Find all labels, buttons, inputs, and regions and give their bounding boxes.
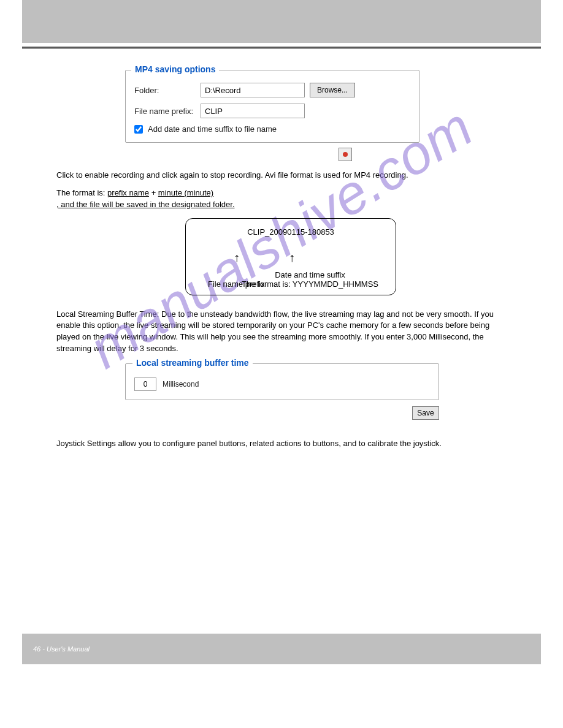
prefix-label: File name prefix: [134,107,201,116]
record-paragraph: Click to enable recording and click agai… [56,170,498,181]
plus-sign: + [151,188,158,197]
filename-example: CLIP_20090115-180853 [193,227,388,237]
prefix-input[interactable] [201,104,305,118]
mp4-legend: MP4 saving options [131,64,219,74]
underline-prefix: prefix name [107,188,149,197]
header-bar [22,0,541,43]
footer-left: 46 - User's Manual [33,645,90,653]
local-streaming-buffer: Local streaming buffer time Millisecond [125,363,439,400]
example-label-datetime-1: Date and time suffix [242,270,378,279]
underline-rest: , and the file will be saved in the desi… [56,200,235,209]
filename-format-line: The format is: prefix name + minute (min… [56,188,541,211]
arrow-icon: ↑ [234,251,240,265]
filename-example-box: CLIP_20090115-180853 ↑ ↑ File name prefi… [185,218,396,295]
folder-input[interactable] [201,83,305,97]
divider [22,47,541,48]
record-button[interactable] [339,148,352,161]
footer-bar: 46 - User's Manual [22,634,541,664]
arrow-icon: ↑ [289,251,295,265]
joystick-paragraph: Joystick Settings allow you to configure… [56,438,510,450]
browse-button[interactable]: Browse... [310,83,355,97]
add-suffix-label: Add date and time suffix to file name [148,124,277,134]
folder-label: Folder: [134,86,201,95]
buffer-input[interactable] [134,377,156,391]
lsb-legend: Local streaming buffer time [132,358,253,368]
save-button[interactable]: Save [412,406,439,420]
mp4-saving-options: MP4 saving options Folder: Browse... Fil… [125,70,419,143]
add-suffix-checkbox[interactable] [134,125,143,134]
example-label-datetime-2: The format is: YYYYMMDD_HHMMSS [242,279,378,289]
filename-intro: The format is: [56,188,107,197]
record-icon [343,152,348,157]
example-label-datetime: Date and time suffix The format is: YYYY… [242,270,378,289]
underline-minute: minute (minute) [158,188,213,197]
buffer-paragraph: Local Streaming Buffer Time: Due to the … [56,309,498,355]
buffer-unit: Millisecond [163,380,199,389]
